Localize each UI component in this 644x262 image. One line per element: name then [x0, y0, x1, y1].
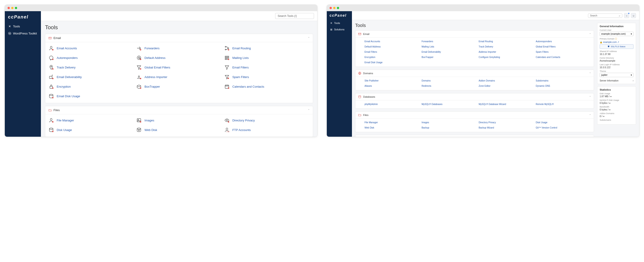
- tool-file-manager[interactable]: File Manager: [48, 116, 134, 124]
- link-file-manager[interactable]: File Manager: [364, 120, 420, 124]
- ssl-status-button[interactable]: ⛊ SSL/TLS Status: [600, 44, 634, 49]
- link-email-accounts[interactable]: Email Accounts: [364, 39, 420, 43]
- current-user-select[interactable]: example (example.com) ▾: [600, 32, 634, 36]
- close-dot[interactable]: [8, 7, 10, 9]
- notifications-button[interactable]: ☼: [624, 13, 629, 18]
- link-email-filters[interactable]: Email Filters: [364, 50, 420, 54]
- nav-tools[interactable]: ✕ Tools: [327, 20, 352, 26]
- link-encryption[interactable]: Encryption: [364, 55, 420, 59]
- link-mysql-databases[interactable]: MySQL® Databases: [422, 102, 477, 106]
- current-user-value: example (example.com): [601, 33, 626, 35]
- link-site-publisher[interactable]: Site Publisher: [364, 79, 420, 83]
- max-dot[interactable]: [15, 7, 17, 9]
- link-forwarders[interactable]: Forwarders: [422, 39, 477, 43]
- panel-header-email[interactable]: Email⌃: [45, 34, 313, 42]
- svg-point-1: [50, 46, 52, 48]
- link-mysql-database-wizard[interactable]: MySQL® Database Wizard: [479, 102, 534, 106]
- panel-header-files[interactable]: Files⌃: [45, 106, 313, 114]
- link-aliases[interactable]: Aliases: [364, 84, 420, 88]
- stat-label: Bandwidth: [600, 106, 634, 108]
- tool-default-address[interactable]: Default Address: [136, 54, 222, 62]
- tool-track-delivery[interactable]: Track Delivery: [48, 63, 134, 71]
- tool-autoresponders[interactable]: Autoresponders: [48, 54, 134, 62]
- panel-header-email[interactable]: Email⌃: [355, 30, 594, 38]
- link-subdomains[interactable]: Subdomains: [536, 79, 591, 83]
- tool-global-email-filters[interactable]: Global Email Filters: [136, 63, 222, 71]
- link-track-delivery[interactable]: Track Delivery: [479, 45, 534, 49]
- link-email-deliverability[interactable]: Email Deliverability: [422, 50, 477, 54]
- tool-encryption[interactable]: Encryption: [48, 82, 134, 91]
- svg-point-23: [228, 78, 229, 79]
- tool-address-importer[interactable]: Address Importer: [136, 73, 222, 81]
- max-dot[interactable]: [337, 7, 339, 9]
- nav-solutions[interactable]: ⊞ Solutions: [327, 26, 352, 33]
- link-directory-privacy[interactable]: Directory Privacy: [479, 120, 534, 124]
- search-input[interactable]: Search ⌕: [588, 13, 622, 18]
- panel-header-domains[interactable]: Domains⌃: [355, 70, 594, 77]
- link-email-routing[interactable]: Email Routing: [479, 39, 534, 43]
- link-images[interactable]: Images: [422, 120, 477, 124]
- tool-disk-usage[interactable]: Disk Usage: [48, 126, 134, 134]
- min-dot[interactable]: [333, 7, 336, 9]
- server-info-link[interactable]: Server Information ›: [600, 78, 634, 82]
- theme-select[interactable]: jupiter ▾: [600, 73, 634, 77]
- primary-domain-value: example.com: [603, 41, 616, 43]
- link-global-email-filters[interactable]: Global Email Filters: [536, 45, 591, 49]
- link-boxtrapper[interactable]: BoxTrapper: [422, 55, 477, 59]
- link-disk-usage[interactable]: Disk Usage: [536, 120, 591, 124]
- close-dot[interactable]: [330, 7, 332, 9]
- tool-email-accounts[interactable]: Email Accounts: [48, 44, 134, 52]
- nav-wordpress[interactable]: ⓦ WordPress Toolkit: [5, 30, 41, 37]
- link-dynamic-dns[interactable]: Dynamic DNS: [536, 84, 591, 88]
- search-placeholder: Search: [590, 14, 598, 17]
- link-zone-editor[interactable]: Zone Editor: [479, 84, 534, 88]
- link-domains[interactable]: Domains: [422, 79, 477, 83]
- svg-rect-15: [225, 59, 228, 59]
- link-email-disk-usage[interactable]: Email Disk Usage: [364, 60, 420, 64]
- tool-web-disk[interactable]: Web Disk: [136, 126, 222, 134]
- tool-boxtrapper[interactable]: BoxTrapper: [136, 82, 222, 91]
- link-calendars-and-contacts[interactable]: Calendars and Contacts: [536, 55, 591, 59]
- link-configure-greylisting[interactable]: Configure Greylisting: [479, 55, 534, 59]
- stat-row: Bandwidth0 bytes / ∞: [600, 106, 634, 111]
- link-spam-filters[interactable]: Spam Filters: [536, 50, 591, 54]
- panel-title: Email: [54, 36, 61, 40]
- tool-label: Images: [144, 119, 154, 122]
- nav-tools[interactable]: ✕ Tools: [5, 23, 41, 30]
- link-backup-wizard[interactable]: Backup Wizard: [479, 126, 534, 130]
- tool-directory-privacy[interactable]: Directory Privacy: [224, 116, 310, 124]
- general-info-card: General Information Current User example…: [597, 23, 636, 84]
- panel-header-files[interactable]: Files⌃: [355, 112, 594, 119]
- link-autoresponders[interactable]: Autoresponders: [536, 39, 591, 43]
- tool-email-routing[interactable]: Email Routing: [224, 44, 310, 52]
- link-backup[interactable]: Backup: [422, 126, 477, 130]
- panel-header-databases[interactable]: Databases⌃: [355, 93, 594, 100]
- tool-email-deliverability[interactable]: Email Deliverability: [48, 73, 134, 81]
- link-remote-mysql-[interactable]: Remote MySQL®: [536, 102, 591, 106]
- app: ccPanel ✕ Tools ⓦ WordPress Toolkit Sear…: [5, 11, 317, 137]
- chevron-up-icon: ⌃: [589, 33, 591, 35]
- link-web-disk[interactable]: Web Disk: [364, 126, 420, 130]
- primary-domain-link[interactable]: 🔒 example.com ↗: [600, 41, 619, 43]
- link-git-version-control[interactable]: Git™ Version Control: [536, 126, 591, 130]
- search-input[interactable]: Search Tools (/): [275, 13, 314, 19]
- link-address-importer[interactable]: Address Importer: [479, 50, 534, 54]
- link-redirects[interactable]: Redirects: [422, 84, 477, 88]
- tool-email-disk-usage[interactable]: Email Disk Usage: [48, 92, 134, 100]
- tool-calendars-and-contacts[interactable]: Calendars and Contacts: [224, 82, 310, 91]
- shield-icon: ⛊: [608, 45, 610, 48]
- tool-images[interactable]: Images: [136, 116, 222, 124]
- min-dot[interactable]: [11, 7, 14, 9]
- tool-email-filters[interactable]: Email Filters: [224, 63, 310, 71]
- tool-ftp-accounts[interactable]: FTPFTP Accounts: [224, 126, 310, 134]
- svg-point-46: [358, 96, 361, 97]
- tool-mailing-lists[interactable]: Mailing Lists: [224, 54, 310, 62]
- tool-forwarders[interactable]: Forwarders: [136, 44, 222, 52]
- link-default-address[interactable]: Default Address: [364, 45, 420, 49]
- user-button[interactable]: ☺: [631, 13, 636, 18]
- link-mailing-lists[interactable]: Mailing Lists: [422, 45, 477, 49]
- panel-header-metrics[interactable]: Metrics⌃: [355, 135, 594, 137]
- link-phpmyadmin[interactable]: phpMyAdmin: [364, 102, 420, 106]
- tool-spam-filters[interactable]: Spam Filters: [224, 73, 310, 81]
- link-addon-domains[interactable]: Addon Domains: [479, 79, 534, 83]
